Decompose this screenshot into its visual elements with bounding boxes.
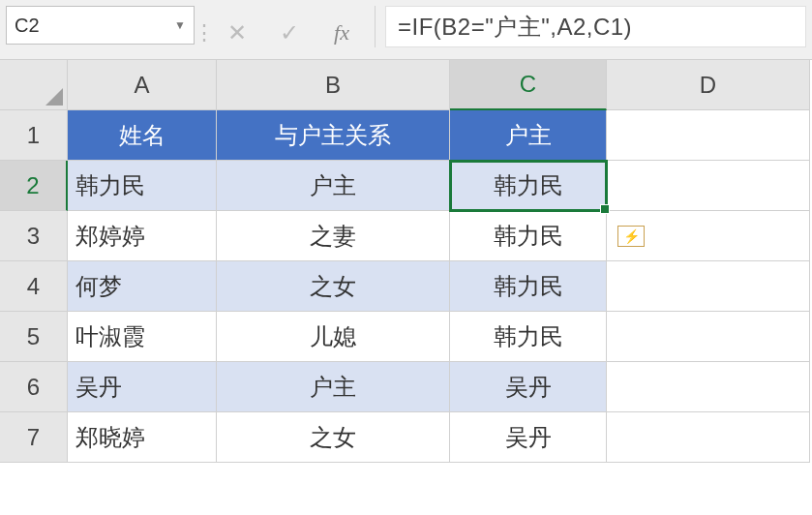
cell-B2[interactable]: 户主 (217, 161, 450, 211)
cell-A2[interactable]: 韩力民 (68, 161, 217, 211)
cell-B3[interactable]: 之妻 (217, 211, 450, 261)
row-header-7[interactable]: 7 (0, 412, 68, 463)
cell-C4[interactable]: 韩力民 (450, 261, 607, 312)
col-header-B[interactable]: B (217, 60, 450, 110)
row-header-2[interactable]: 2 (0, 161, 68, 211)
name-box-value: C2 (15, 15, 40, 37)
cell-C5[interactable]: 韩力民 (450, 312, 607, 362)
cell-D2[interactable] (607, 161, 810, 211)
formula-bar: C2 ▼ ⋮ ✕ ✓ fx =IF(B2="户主",A2,C1) (0, 0, 812, 60)
row-header-4[interactable]: 4 (0, 261, 68, 312)
cell-C3[interactable]: 韩力民 ⚡ (450, 211, 607, 261)
cell-D3[interactable] (607, 211, 810, 261)
cell-C2[interactable]: 韩力民 (450, 161, 607, 211)
cell-A4[interactable]: 何梦 (68, 261, 217, 312)
name-box-dropdown-icon[interactable]: ▼ (174, 18, 186, 32)
row-header-5[interactable]: 5 (0, 312, 68, 362)
formula-bar-separator: ⋮ (195, 0, 214, 59)
name-box[interactable]: C2 ▼ (6, 6, 195, 45)
cell-A5[interactable]: 叶淑霞 (68, 312, 217, 362)
col-header-C[interactable]: C (450, 60, 607, 110)
cell-D1[interactable] (607, 110, 810, 161)
col-header-A[interactable]: A (68, 60, 217, 110)
cell-A3[interactable]: 郑婷婷 (68, 211, 217, 261)
col-header-D[interactable]: D (607, 60, 810, 110)
cell-D6[interactable] (607, 362, 810, 412)
cell-B6[interactable]: 户主 (217, 362, 450, 412)
enter-icon[interactable]: ✓ (276, 19, 303, 46)
formula-text: =IF(B2="户主",A2,C1) (398, 12, 632, 43)
row-header-1[interactable]: 1 (0, 110, 68, 161)
formula-input[interactable]: =IF(B2="户主",A2,C1) (385, 6, 806, 47)
cell-A7[interactable]: 郑晓婷 (68, 412, 217, 463)
row-header-6[interactable]: 6 (0, 362, 68, 412)
cell-D4[interactable] (607, 261, 810, 312)
cell-C7[interactable]: 吴丹 (450, 412, 607, 463)
cell-C6[interactable]: 吴丹 (450, 362, 607, 412)
header-relation[interactable]: 与户主关系 (217, 110, 450, 161)
header-householder[interactable]: 户主 (450, 110, 607, 161)
cell-B5[interactable]: 儿媳 (217, 312, 450, 362)
formula-bar-buttons: ✕ ✓ fx (214, 0, 365, 59)
cancel-icon[interactable]: ✕ (224, 19, 251, 46)
cell-D5[interactable] (607, 312, 810, 362)
cell-D7[interactable] (607, 412, 810, 463)
fx-icon[interactable]: fx (328, 20, 355, 45)
header-name[interactable]: 姓名 (68, 110, 217, 161)
select-all-triangle[interactable] (0, 60, 68, 110)
cell-B7[interactable]: 之女 (217, 412, 450, 463)
formula-bar-divider (375, 6, 376, 47)
spreadsheet-grid: A B C D 1 姓名 与户主关系 户主 2 韩力民 户主 韩力民 3 郑婷婷… (0, 60, 812, 463)
cell-B4[interactable]: 之女 (217, 261, 450, 312)
cell-A6[interactable]: 吴丹 (68, 362, 217, 412)
row-header-3[interactable]: 3 (0, 211, 68, 261)
